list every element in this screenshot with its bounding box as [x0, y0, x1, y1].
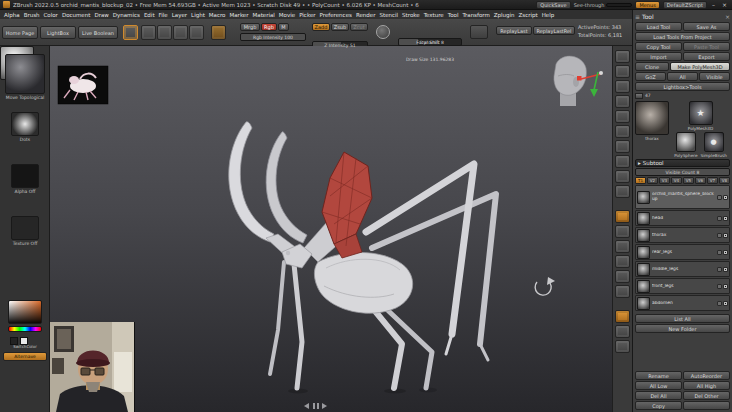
- menu-preferences[interactable]: Preferences: [320, 12, 352, 18]
- floor-grid-icon[interactable]: [615, 170, 630, 183]
- lightbox-tools-button[interactable]: Lightbox>Tools: [635, 82, 730, 91]
- subtool-row[interactable]: head: [635, 210, 730, 226]
- subtool-tab-8[interactable]: V8: [719, 177, 730, 184]
- close-icon[interactable]: ×: [720, 1, 729, 8]
- palette-menu-icon[interactable]: ≡: [635, 13, 640, 20]
- subtool-section-header[interactable]: ▸ Subtool: [635, 159, 730, 167]
- switch-color-label[interactable]: SwitchColor: [0, 345, 50, 349]
- eye-icon[interactable]: [723, 233, 728, 238]
- menu-picker[interactable]: Picker: [299, 12, 315, 18]
- mrgb-button[interactable]: Mrgb: [240, 23, 260, 31]
- polyframe-icon[interactable]: [615, 80, 630, 93]
- move-canvas-icon[interactable]: [615, 310, 630, 323]
- subtool-tab-5[interactable]: V5: [683, 177, 694, 184]
- menu-document[interactable]: Document: [62, 12, 91, 18]
- paint-icon[interactable]: [717, 233, 722, 238]
- stroke-thumbnail[interactable]: [11, 112, 39, 136]
- replay-last-rel-button[interactable]: ReplayLastRel: [533, 26, 575, 35]
- load-tools-from-project-button[interactable]: Load Tools From Project: [635, 32, 730, 41]
- mantis-model[interactable]: [229, 122, 496, 394]
- rotate-mode-icon[interactable]: [189, 25, 204, 40]
- replay-last-button[interactable]: ReplayLast: [496, 26, 532, 35]
- perspective-icon[interactable]: [615, 155, 630, 168]
- menu-light[interactable]: Light: [191, 12, 205, 18]
- subtool-tab-7[interactable]: V7: [707, 177, 718, 184]
- color-picker[interactable]: [8, 300, 42, 324]
- subtool-tab-1[interactable]: T1: [635, 177, 646, 184]
- gizmo-icon[interactable]: [615, 210, 630, 223]
- menu-alpha[interactable]: Alpha: [4, 12, 20, 18]
- visible-count-slider[interactable]: Visible Count 8: [635, 168, 730, 176]
- scale-canvas-icon[interactable]: [615, 325, 630, 338]
- clone-button[interactable]: Clone: [635, 62, 669, 71]
- menu-render[interactable]: Render: [356, 12, 376, 18]
- subtool-tab-4[interactable]: V4: [671, 177, 682, 184]
- solo-icon[interactable]: [615, 125, 630, 138]
- subtool-tab-3[interactable]: V3: [659, 177, 670, 184]
- del-all-button[interactable]: Del All: [635, 391, 682, 400]
- active-tool-thumbnail[interactable]: [635, 101, 669, 135]
- export-button[interactable]: Export: [683, 52, 730, 61]
- subtool-row[interactable]: middle_legs: [635, 261, 730, 277]
- subtool-tab-6[interactable]: V6: [695, 177, 706, 184]
- polysphere-thumbnail[interactable]: [676, 132, 696, 152]
- subtool-row[interactable]: front_legs: [635, 278, 730, 294]
- paint-icon[interactable]: [717, 301, 722, 306]
- menu-color[interactable]: Color: [44, 12, 58, 18]
- frame-icon[interactable]: [615, 225, 630, 238]
- polymesh-icon[interactable]: [211, 25, 226, 40]
- rgb-button[interactable]: Rgb: [261, 23, 277, 31]
- menu-material[interactable]: Material: [253, 12, 275, 18]
- quicksave-button[interactable]: QuickSave: [536, 1, 570, 9]
- lightbox-button[interactable]: LightBox: [40, 26, 76, 39]
- zcut-button[interactable]: Zcut: [350, 23, 368, 31]
- del-other-button[interactable]: Del Other: [683, 391, 730, 400]
- alternate-button[interactable]: Alternave: [3, 352, 47, 361]
- zoom-canvas-icon[interactable]: [615, 255, 630, 268]
- default-zscript-button[interactable]: DefaultZScript: [663, 1, 707, 9]
- eye-icon[interactable]: [723, 195, 728, 200]
- eye-icon[interactable]: [723, 301, 728, 306]
- scroll-canvas-icon[interactable]: [615, 240, 630, 253]
- m-button[interactable]: M: [278, 23, 289, 31]
- eye-icon[interactable]: [723, 216, 728, 221]
- all-high-button[interactable]: All High: [683, 381, 730, 390]
- menu-macro[interactable]: Macro: [209, 12, 226, 18]
- menu-help[interactable]: Help: [542, 12, 555, 18]
- stroke-curve-icon[interactable]: [470, 25, 488, 39]
- paint-icon[interactable]: [717, 267, 722, 272]
- autoreorder-button[interactable]: AutoReorder: [683, 371, 730, 380]
- all-button[interactable]: All: [667, 72, 698, 81]
- paste-tool-button[interactable]: Paste Tool: [683, 42, 730, 51]
- menu-layer[interactable]: Layer: [172, 12, 187, 18]
- palette-close-icon[interactable]: ×: [725, 13, 730, 20]
- bpr-render-icon[interactable]: [615, 50, 630, 63]
- inventory-stack-icon[interactable]: [635, 93, 643, 99]
- save-as-button[interactable]: Save As: [683, 22, 730, 31]
- draw-mode-icon[interactable]: [141, 25, 156, 40]
- menu-zplugin[interactable]: Zplugin: [494, 12, 515, 18]
- goz-button[interactable]: GoZ: [635, 72, 666, 81]
- all-low-button[interactable]: All Low: [635, 381, 682, 390]
- render-mode-icon[interactable]: [615, 65, 630, 78]
- copy-button[interactable]: Copy: [635, 401, 682, 410]
- subtool-row[interactable]: abdomen: [635, 295, 730, 311]
- tool-palette-header[interactable]: ≡ Tool ×: [635, 12, 730, 21]
- menu-transform[interactable]: Transform: [462, 12, 489, 18]
- home-page-button[interactable]: Home Page: [2, 26, 38, 39]
- new-folder-button[interactable]: New Folder: [635, 324, 730, 333]
- menu-dynamics[interactable]: Dynamics: [113, 12, 140, 18]
- simplebrush-thumbnail[interactable]: ●: [704, 132, 724, 152]
- menu-brush[interactable]: Brush: [24, 12, 40, 18]
- menu-edit[interactable]: Edit: [144, 12, 155, 18]
- paint-icon[interactable]: [717, 195, 722, 200]
- hue-bar[interactable]: [8, 326, 42, 332]
- see-through-slider[interactable]: [606, 3, 632, 7]
- eye-icon[interactable]: [723, 284, 728, 289]
- paint-icon[interactable]: [717, 216, 722, 221]
- live-boolean-button[interactable]: Live Boolean: [78, 26, 118, 39]
- move-mode-icon[interactable]: [157, 25, 172, 40]
- make-polymesh3d-button[interactable]: Make PolyMesh3D: [670, 62, 730, 71]
- paint-icon[interactable]: [717, 284, 722, 289]
- current-brush-thumbnail[interactable]: [5, 54, 45, 94]
